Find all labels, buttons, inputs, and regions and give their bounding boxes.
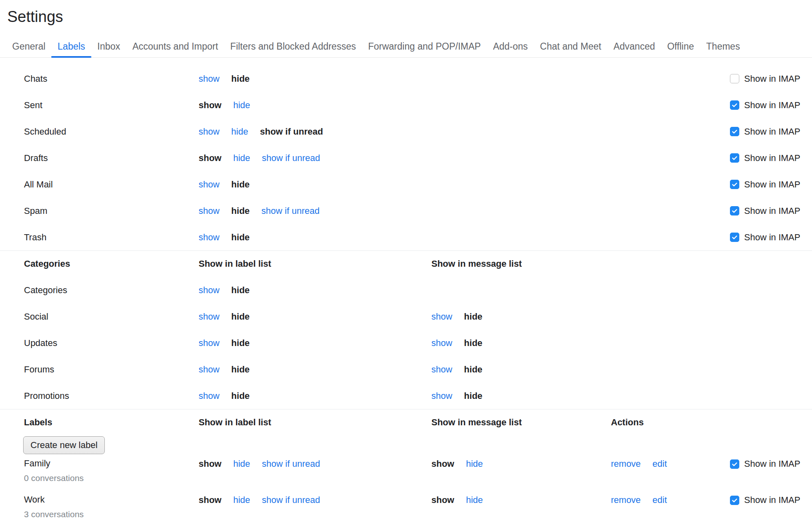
hide-option-selected: hide [231,338,249,348]
tab-themes[interactable]: Themes [706,41,740,57]
show-if-unread-option[interactable]: show if unread [262,206,320,216]
actions-header: Actions [611,417,730,428]
show-option-selected: show [199,100,221,111]
hide-option[interactable]: hide [233,100,250,111]
tab-inbox[interactable]: Inbox [97,41,120,57]
user-labels-section: Labels Show in label list Show in messag… [0,409,812,518]
show-in-imap: Show in IMAP [730,495,812,505]
create-new-label-button[interactable]: Create new label [23,436,105,454]
tab-add-ons[interactable]: Add-ons [493,41,528,57]
label-row-chats: Chats show hide Show in IMAP [0,65,812,92]
tab-accounts-and-import[interactable]: Accounts and Import [132,41,218,57]
show-option[interactable]: show [199,206,219,216]
show-in-imap-checkbox[interactable] [730,233,739,242]
conversation-count: 0 conversations [24,473,199,483]
edit-link[interactable]: edit [652,459,667,469]
hide-option-selected: hide [231,364,249,375]
show-in-imap-checkbox[interactable] [730,74,739,83]
page-title: Settings [7,7,812,26]
user-label-row-work: Work 3 conversations show hide show if u… [0,490,812,518]
show-if-unread-option[interactable]: show if unread [262,153,320,163]
labels-header-title: Labels [24,417,199,428]
message-list-options: show hide [431,495,611,505]
remove-link[interactable]: remove [611,495,641,505]
show-in-label-list-header: Show in label list [199,259,431,269]
show-if-unread-option[interactable]: show if unread [262,459,320,469]
show-if-unread-option[interactable]: show if unread [262,495,320,505]
show-in-imap-checkbox[interactable] [730,127,739,136]
label-row-trash: Trash show hide Show in IMAP [0,224,812,250]
show-if-unread-option-selected: show if unread [260,126,323,137]
hide-option-selected: hide [231,179,249,190]
show-option[interactable]: show [431,364,452,375]
show-option[interactable]: show [431,338,452,348]
hide-option-selected: hide [231,285,249,296]
message-list-options: show hide [431,364,611,375]
show-option[interactable]: show [199,74,219,84]
hide-option[interactable]: hide [466,459,483,469]
show-in-imap-checkbox[interactable] [730,206,739,215]
show-in-imap-label: Show in IMAP [744,495,800,505]
labels-settings-content: Chats show hide Show in IMAP Sent show h… [0,58,812,518]
show-option-selected: show [199,459,221,469]
hide-option[interactable]: hide [233,495,250,505]
hide-option-selected: hide [464,364,482,375]
show-option[interactable]: show [199,311,219,322]
show-in-imap: Show in IMAP [730,206,812,216]
show-in-imap: Show in IMAP [730,153,812,163]
hide-option[interactable]: hide [466,495,483,505]
show-option[interactable]: show [199,285,219,296]
category-row-categories: Categories show hide [0,277,812,303]
show-in-imap-checkbox[interactable] [730,153,739,163]
show-in-imap-label: Show in IMAP [744,459,800,469]
tab-offline[interactable]: Offline [667,41,694,57]
tab-forwarding-and-pop-imap[interactable]: Forwarding and POP/IMAP [368,41,481,57]
category-name: Updates [24,338,199,348]
show-option[interactable]: show [199,232,219,243]
show-in-imap-checkbox[interactable] [730,180,739,189]
show-in-imap-label: Show in IMAP [744,232,800,243]
category-row-social: Social show hide show hide [0,303,812,330]
show-in-message-list-header: Show in message list [431,417,611,428]
tab-general[interactable]: General [12,41,45,57]
show-option[interactable]: show [199,338,219,348]
label-name: All Mail [24,179,199,190]
tab-chat-and-meet[interactable]: Chat and Meet [540,41,601,57]
hide-option-selected: hide [231,232,249,243]
remove-link[interactable]: remove [611,459,641,469]
conversation-count: 3 conversations [24,509,199,518]
label-name: Scheduled [24,126,199,137]
show-option-selected: show [199,495,221,505]
tab-filters-and-blocked-addresses[interactable]: Filters and Blocked Addresses [230,41,356,57]
user-label-row-family: Family 0 conversations show hide show if… [0,454,812,490]
label-name: Sent [24,100,199,111]
label-list-options: show hide [199,100,431,111]
category-row-promotions: Promotions show hide show hide [0,383,812,409]
show-in-imap-label: Show in IMAP [744,126,800,137]
edit-link[interactable]: edit [652,495,667,505]
label-list-options: show hide [199,179,431,190]
tab-labels[interactable]: Labels [58,41,85,57]
tab-advanced[interactable]: Advanced [613,41,655,57]
hide-option-selected: hide [231,311,249,322]
show-in-imap-label: Show in IMAP [744,206,800,216]
show-in-imap-checkbox[interactable] [730,459,739,469]
category-name: Social [24,311,199,322]
hide-option-selected: hide [231,74,249,84]
system-labels-section: Chats show hide Show in IMAP Sent show h… [0,65,812,250]
show-option[interactable]: show [199,364,219,375]
hide-option[interactable]: hide [231,126,248,137]
show-option[interactable]: show [431,391,452,401]
show-in-imap-checkbox[interactable] [730,496,739,505]
show-in-imap-checkbox[interactable] [730,100,739,110]
show-option[interactable]: show [199,391,219,401]
label-list-options: show hide show if unread [199,126,431,137]
show-option[interactable]: show [199,179,219,190]
label-row-drafts: Drafts show hide show if unread Show in … [0,145,812,171]
show-in-message-list-header: Show in message list [431,259,611,269]
show-option[interactable]: show [431,311,452,322]
hide-option[interactable]: hide [233,459,250,469]
hide-option[interactable]: hide [233,153,250,163]
show-option[interactable]: show [199,126,219,137]
label-list-options: show hide show if unread [199,206,431,216]
